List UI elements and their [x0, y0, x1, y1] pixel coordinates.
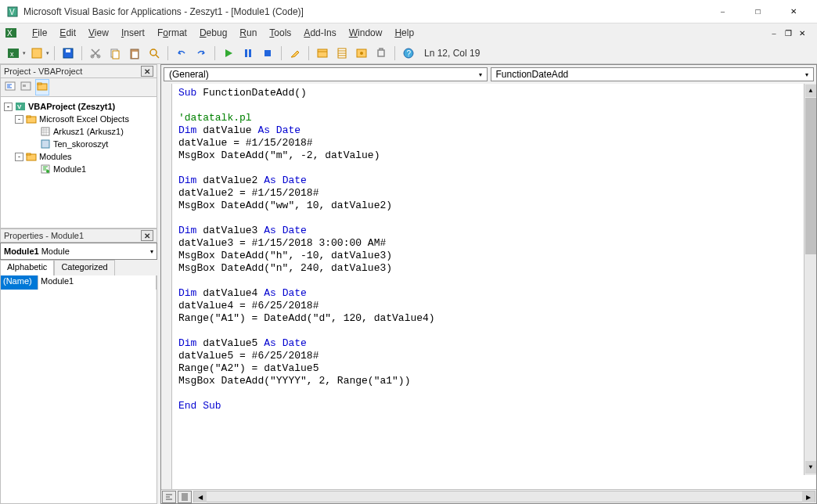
dropdown-arrow-icon[interactable]: ▾ [46, 50, 49, 56]
svg-rect-37 [27, 153, 31, 155]
menu-file[interactable]: File [27, 26, 52, 40]
tab-alphabetic[interactable]: Alphabetic [0, 260, 54, 275]
dropdown-arrow-icon: ▾ [805, 71, 808, 78]
object-dropdown[interactable]: (General) ▾ [164, 67, 488, 81]
object-browser-button[interactable] [353, 45, 370, 62]
project-tree[interactable]: - V VBAProject (Zeszyt1) - Microsoft Exc… [0, 97, 157, 229]
svg-rect-19 [318, 49, 327, 57]
collapse-icon[interactable]: - [4, 103, 13, 111]
insert-module-button[interactable] [28, 45, 45, 62]
mdi-restore[interactable]: ❐ [783, 27, 794, 38]
redo-button[interactable] [193, 45, 210, 62]
menu-run[interactable]: Run [234, 26, 262, 40]
project-explorer-button[interactable] [314, 45, 331, 62]
menu-edit[interactable]: Edit [54, 26, 81, 40]
worksheet-icon [40, 126, 51, 137]
svg-rect-17 [249, 49, 251, 57]
find-button[interactable] [146, 45, 163, 62]
tab-categorized[interactable]: Categorized [54, 260, 114, 275]
copy-button[interactable] [106, 45, 124, 62]
menu-window[interactable]: Window [344, 26, 388, 40]
full-module-view-button[interactable] [178, 491, 192, 503]
maximize-button[interactable]: □ [740, 0, 776, 23]
scroll-up-arrow[interactable]: ▲ [805, 85, 816, 97]
view-excel-button[interactable]: x [5, 45, 22, 62]
view-object-button[interactable] [20, 80, 32, 95]
project-panel-close[interactable]: ✕ [141, 66, 153, 77]
scroll-down-arrow[interactable]: ▼ [805, 461, 816, 473]
svg-text:V: V [9, 8, 15, 16]
properties-panel-title: Properties - Module1 [4, 231, 84, 240]
svg-text:V: V [17, 103, 22, 110]
svg-point-15 [150, 49, 157, 56]
mdi-minimize[interactable]: – [768, 27, 779, 38]
mdi-close[interactable]: ✕ [797, 27, 808, 38]
menu-insert[interactable]: Insert [116, 26, 150, 40]
dropdown-arrow-icon: ▾ [150, 248, 153, 255]
svg-point-39 [46, 170, 49, 173]
paste-button[interactable] [126, 45, 143, 62]
code-bottom-bar: ◀ ▶ [161, 489, 816, 503]
help-button[interactable]: ? [400, 45, 417, 62]
svg-point-22 [360, 52, 363, 55]
cursor-position: Ln 12, Col 19 [424, 48, 480, 59]
collapse-icon[interactable]: - [15, 153, 23, 161]
project-icon: V [15, 101, 26, 112]
procedure-view-button[interactable] [162, 491, 176, 503]
property-value-cell[interactable]: Module1 [38, 275, 157, 290]
break-button[interactable] [239, 45, 257, 62]
toolbox-button[interactable] [373, 45, 390, 62]
vba-app-icon: V [6, 5, 19, 18]
properties-tabs: Alphabetic Categorized [0, 260, 157, 275]
properties-button[interactable] [333, 45, 351, 62]
minimize-button[interactable]: – [705, 0, 740, 23]
menu-view[interactable]: View [83, 26, 114, 40]
tree-modules-folder[interactable]: - Modules [1, 150, 157, 163]
svg-rect-6 [32, 49, 41, 58]
horizontal-scrollbar[interactable]: ◀ ▶ [193, 491, 815, 502]
code-editor[interactable]: Sub FunctionDateAdd() 'datatalk.pl Dim d… [161, 84, 816, 489]
svg-rect-33 [27, 116, 31, 117]
save-button[interactable] [59, 45, 77, 62]
dropdown-arrow-icon[interactable]: ▾ [23, 50, 26, 56]
menu-help[interactable]: Help [389, 26, 419, 40]
svg-rect-34 [41, 128, 49, 135]
tree-module1[interactable]: Module1 [1, 163, 157, 175]
design-mode-button[interactable] [286, 45, 304, 62]
svg-rect-12 [113, 51, 119, 59]
tree-workbook[interactable]: Ten_skoroszyt [1, 138, 157, 150]
view-code-button[interactable] [4, 80, 16, 95]
scroll-left-arrow[interactable]: ◀ [194, 491, 207, 502]
code-text[interactable]: Sub FunctionDateAdd() 'datatalk.pl Dim d… [178, 87, 435, 412]
tree-excel-objects[interactable]: - Microsoft Excel Objects [1, 113, 157, 125]
scroll-thumb[interactable] [805, 98, 816, 254]
tree-project-root[interactable]: - V VBAProject (Zeszyt1) [1, 100, 157, 113]
excel-icon[interactable]: X [5, 27, 17, 39]
svg-rect-8 [66, 49, 70, 52]
toggle-folders-button[interactable] [35, 79, 49, 95]
menu-addins[interactable]: Add-Ins [298, 26, 341, 40]
cut-button[interactable] [87, 45, 104, 62]
collapse-icon[interactable]: - [15, 115, 23, 124]
project-toolbar [0, 78, 157, 97]
menu-debug[interactable]: Debug [194, 26, 232, 40]
property-name-cell: (Name) [1, 275, 38, 290]
tree-sheet1[interactable]: Arkusz1 (Arkusz1) [1, 125, 157, 138]
undo-button[interactable] [173, 45, 190, 62]
svg-rect-14 [132, 52, 138, 58]
procedure-dropdown[interactable]: FunctionDateAdd ▾ [491, 67, 815, 81]
svg-rect-29 [38, 83, 41, 85]
vertical-scrollbar[interactable]: ▲ ▼ [804, 84, 816, 475]
reset-button[interactable] [259, 45, 276, 62]
module-icon [40, 164, 51, 175]
menu-format[interactable]: Format [152, 26, 193, 40]
properties-object-select[interactable]: Module1 Module ▾ [0, 243, 157, 260]
menu-tools[interactable]: Tools [264, 26, 297, 40]
close-button[interactable]: ✕ [776, 0, 811, 23]
svg-rect-16 [245, 49, 247, 57]
scroll-right-arrow[interactable]: ▶ [802, 491, 815, 502]
properties-panel-close[interactable]: ✕ [141, 230, 153, 241]
property-row[interactable]: (Name) Module1 [1, 275, 157, 290]
run-button[interactable] [220, 45, 237, 62]
properties-grid[interactable]: (Name) Module1 [0, 275, 157, 504]
